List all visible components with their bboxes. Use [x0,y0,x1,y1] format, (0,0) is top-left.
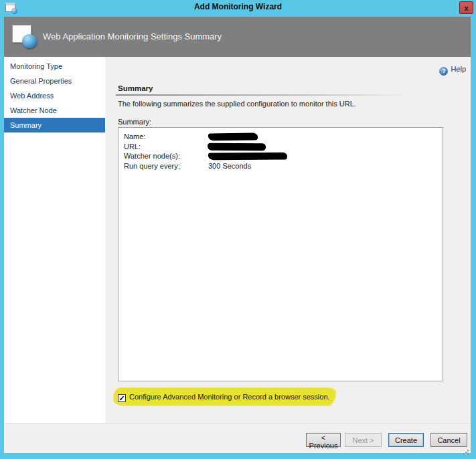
close-icon: x [464,4,468,12]
help-link[interactable]: ?Help [439,65,466,76]
summary-row-label: Run query every: [124,161,208,171]
help-label: Help [451,65,466,73]
sidebar-item-general-properties[interactable]: General Properties [4,74,105,88]
summary-row-value: 300 Seconds [208,161,251,171]
wizard-window: Add Monitoring Wizard x Web Application … [0,0,476,459]
summary-description: The following summarizes the supplied co… [118,100,356,108]
summary-row-run-query: Run query every: 300 Seconds [124,161,437,171]
section-divider [116,94,443,96]
summary-row-label: Name: [124,132,208,142]
advanced-monitoring-checkbox[interactable]: ✓ [118,394,126,402]
summary-row-label: URL: [124,142,208,152]
sidebar-item-web-address[interactable]: Web Address [4,88,105,103]
advanced-monitoring-label: Configure Advanced Monitoring or Record … [129,393,330,401]
button-bar: < Previous Next > Create Cancel [4,423,471,453]
resize-grip[interactable] [467,450,469,451]
previous-button[interactable]: < Previous [306,433,341,447]
cancel-button[interactable]: Cancel [430,433,467,447]
close-button[interactable]: x [459,1,473,14]
globe-sphere-icon [22,34,37,48]
summary-row-url: URL: [124,142,437,152]
content-pane: ?Help Summary The following summarizes t… [105,57,471,423]
sidebar-item-monitoring-type[interactable]: Monitoring Type [4,59,105,74]
wizard-header: Web Application Monitoring Settings Summ… [4,17,471,57]
checkmark-icon: ✓ [118,395,125,402]
wizard-step-title: Web Application Monitoring Settings Summ… [43,31,222,41]
redacted-value [208,143,266,150]
sidebar-item-watcher-node[interactable]: Watcher Node [4,103,105,118]
summary-row-watcher-nodes: Watcher node(s): [124,151,437,161]
summary-box-label: Summary: [118,118,151,126]
redacted-value [208,153,286,160]
redacted-value [208,133,256,141]
highlight-annotation: ✓Configure Advanced Monitoring or Record… [114,388,335,404]
web-monitoring-icon [11,23,37,50]
create-button[interactable]: Create [388,433,424,447]
summary-row-name: Name: [124,132,437,142]
wizard-steps-sidebar: Monitoring Type General Properties Web A… [4,57,105,423]
sidebar-item-summary[interactable]: Summary [4,118,105,132]
window-title: Add Monitoring Wizard [0,2,476,11]
summary-box: Name: URL: Watcher node(s): Run query ev… [118,127,443,381]
section-title: Summary [118,84,153,92]
summary-row-label: Watcher node(s): [124,151,208,161]
help-icon: ? [439,67,448,76]
titlebar: Add Monitoring Wizard x [0,0,476,17]
next-button[interactable]: Next > [345,433,382,447]
advanced-monitoring-option: ✓Configure Advanced Monitoring or Record… [114,388,335,404]
